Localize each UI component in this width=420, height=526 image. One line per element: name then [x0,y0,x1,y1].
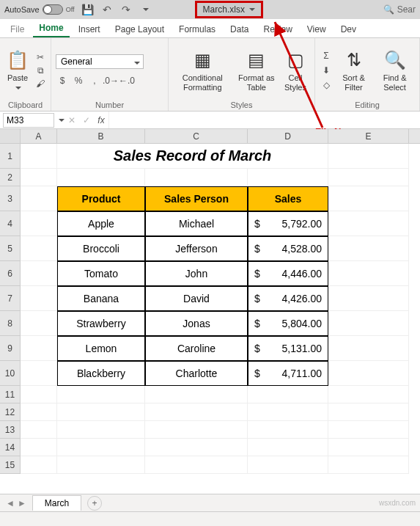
search-box[interactable]: 🔍 Sear [383,4,416,15]
cell-product[interactable]: Broccoli [57,236,145,261]
accounting-format-icon[interactable]: $ [56,75,69,87]
row-header[interactable]: 11 [0,386,21,403]
cell[interactable] [21,261,57,286]
cell[interactable] [57,403,145,421]
cell-person[interactable]: Jonas [145,311,248,336]
cell[interactable] [328,439,409,456]
select-all-corner[interactable] [0,129,21,143]
row-header[interactable]: 15 [0,456,21,474]
cell[interactable] [248,456,328,474]
row-header[interactable]: 10 [0,361,21,386]
cell-product[interactable]: Lemon [57,336,145,361]
col-header-B[interactable]: B [57,129,145,143]
format-painter-icon[interactable]: 🖌 [34,78,47,90]
cell-styles-button[interactable]: ▢ Cell Styles [281,47,310,92]
cell[interactable] [328,211,409,236]
format-as-table-button[interactable]: ▤ Format as Table [235,47,278,92]
find-select-button[interactable]: 🔍 Find & Select [375,47,415,92]
col-header-D[interactable]: D [248,129,328,143]
spreadsheet-grid[interactable]: A B C D E 1Sales Record of March23Produc… [0,129,420,474]
row-header[interactable]: 7 [0,286,21,311]
cell[interactable] [145,169,248,186]
cell[interactable] [145,421,248,439]
row-header[interactable]: 9 [0,336,21,361]
header-person[interactable]: Sales Person [145,186,248,211]
row-header[interactable]: 14 [0,439,21,456]
row-header[interactable]: 12 [0,403,21,421]
copy-icon[interactable]: ⧉ [34,65,47,76]
cell[interactable] [57,386,145,403]
namebox-dropdown-icon[interactable] [57,115,65,125]
tab-developer[interactable]: Dev [335,21,362,37]
cell[interactable] [21,421,57,439]
cell-person[interactable]: Jefferson [145,236,248,261]
tab-home[interactable]: Home [33,20,69,37]
cell[interactable] [21,144,57,169]
fill-icon[interactable]: ⬇ [320,65,333,76]
cell[interactable] [328,144,409,169]
cell-product[interactable]: Banana [57,286,145,311]
cell-product[interactable]: Tomato [57,261,145,286]
cell[interactable] [57,456,145,474]
row-header[interactable]: 2 [0,169,21,186]
row-header[interactable]: 4 [0,211,21,236]
add-sheet-button[interactable]: + [87,496,102,511]
cell-person[interactable]: Caroline [145,336,248,361]
cell-sales[interactable]: $4,528.00 [248,236,328,261]
tab-formulas[interactable]: Formulas [173,21,221,37]
cell[interactable] [328,336,409,361]
enter-formula-icon[interactable]: ✓ [83,115,90,125]
paste-dropdown-icon[interactable] [14,84,21,92]
sheet-nav-prev-icon[interactable]: ◄ [6,498,15,508]
filename-display[interactable]: March.xlsx [195,1,263,18]
cell[interactable] [328,169,409,186]
row-header[interactable]: 6 [0,261,21,286]
cell[interactable] [248,439,328,456]
undo-icon[interactable]: ↶ [101,4,113,15]
cell[interactable] [21,439,57,456]
col-header-E[interactable]: E [328,129,409,143]
cell[interactable] [21,386,57,403]
tab-page-layout[interactable]: Page Layout [109,21,170,37]
cell-person[interactable]: David [145,286,248,311]
tab-view[interactable]: View [301,21,332,37]
number-format-dropdown[interactable]: General [56,54,144,69]
formula-input[interactable] [108,112,420,128]
cell[interactable] [248,169,328,186]
cell[interactable] [57,439,145,456]
col-header-A[interactable]: A [21,129,57,143]
cell[interactable] [21,311,57,336]
tab-review[interactable]: Review [257,21,298,37]
cell-person[interactable]: Charlotte [145,361,248,386]
percent-format-icon[interactable]: % [72,75,85,87]
row-header[interactable]: 13 [0,421,21,439]
row-header[interactable]: 5 [0,236,21,261]
autosave-toggle[interactable]: AutoSave Off [4,4,75,15]
sheet-tab-march[interactable]: March [32,495,81,511]
cell[interactable] [145,439,248,456]
conditional-formatting-button[interactable]: ▦ Conditional Formatting [173,47,232,92]
autosum-icon[interactable]: Σ [320,50,333,62]
cell-product[interactable]: Strawberry [57,311,145,336]
row-header[interactable]: 8 [0,311,21,336]
cell[interactable] [328,286,409,311]
redo-icon[interactable]: ↷ [120,4,132,15]
row-header[interactable]: 1 [0,144,21,169]
cancel-formula-icon[interactable]: ✕ [68,115,75,125]
cell[interactable] [21,456,57,474]
cell[interactable] [145,456,248,474]
qat-dropdown-icon[interactable] [139,4,151,15]
cell[interactable] [21,236,57,261]
sheet-nav-next-icon[interactable]: ► [18,498,26,508]
cell[interactable] [328,236,409,261]
cell[interactable] [328,361,409,386]
cell[interactable] [328,403,409,421]
cell[interactable] [145,386,248,403]
cell[interactable] [328,311,409,336]
header-sales[interactable]: Sales [248,186,328,211]
sheet-title[interactable]: Sales Record of March [57,144,328,169]
cell-sales[interactable]: $5,792.00 [248,211,328,236]
col-header-C[interactable]: C [145,129,248,143]
header-product[interactable]: Product [57,186,145,211]
cell-product[interactable]: Apple [57,211,145,236]
